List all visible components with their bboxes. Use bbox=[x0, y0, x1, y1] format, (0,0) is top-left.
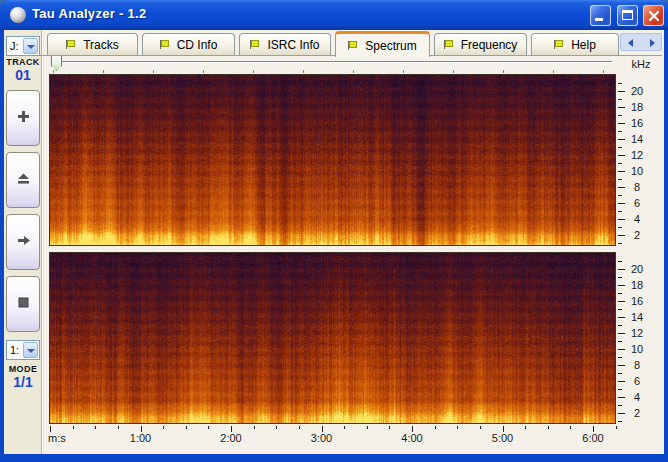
tab-label: Frequency bbox=[461, 38, 518, 52]
position-slider-track[interactable] bbox=[52, 61, 612, 63]
close-button[interactable] bbox=[643, 5, 664, 26]
app-icon[interactable] bbox=[10, 7, 26, 23]
dropdown-button[interactable] bbox=[23, 342, 38, 358]
freq-tick bbox=[618, 277, 622, 278]
freq-tick-label: 12 bbox=[626, 149, 648, 161]
maximize-button[interactable] bbox=[617, 5, 638, 26]
freq-tick bbox=[618, 269, 625, 270]
freq-tick bbox=[618, 179, 622, 180]
freq-tick bbox=[618, 333, 625, 334]
freq-tick bbox=[618, 243, 622, 244]
tab-label: Spectrum bbox=[365, 39, 416, 53]
time-tick bbox=[548, 426, 549, 429]
freq-tick-label: 2 bbox=[626, 229, 648, 241]
freq-tick bbox=[618, 107, 625, 108]
time-tick bbox=[118, 426, 119, 429]
time-tick bbox=[208, 426, 209, 429]
freq-tick bbox=[618, 317, 625, 318]
freq-tick bbox=[618, 293, 622, 294]
slider-tick bbox=[603, 70, 604, 73]
time-tick-label: 3:00 bbox=[304, 432, 340, 444]
freq-tick bbox=[618, 203, 625, 204]
time-tick bbox=[186, 426, 187, 429]
freq-tick-label: 10 bbox=[626, 165, 648, 177]
freq-tick bbox=[618, 397, 625, 398]
slider-tick bbox=[103, 70, 104, 73]
freq-tick-label: 16 bbox=[626, 295, 648, 307]
time-tick-label: 1:00 bbox=[123, 432, 159, 444]
tab-spectrum[interactable]: Spectrum bbox=[335, 31, 430, 57]
time-tick bbox=[95, 426, 96, 429]
freq-tick bbox=[618, 421, 622, 422]
tab-scroll-right-button[interactable] bbox=[641, 34, 661, 50]
tab-help[interactable]: Help bbox=[531, 33, 619, 55]
freq-tick bbox=[618, 91, 625, 92]
minimize-icon bbox=[595, 18, 603, 21]
time-tick bbox=[457, 426, 458, 429]
slider-tick bbox=[53, 70, 54, 73]
freq-tick bbox=[618, 357, 622, 358]
tab-label: CD Info bbox=[177, 38, 218, 52]
flag-icon bbox=[250, 40, 257, 49]
freq-tick bbox=[618, 341, 622, 342]
mode-select[interactable]: 1: bbox=[6, 340, 40, 360]
freq-tick bbox=[618, 309, 622, 310]
mode-value: 1/1 bbox=[4, 374, 42, 390]
dropdown-button[interactable] bbox=[23, 38, 38, 54]
time-tick bbox=[344, 426, 345, 429]
freq-tick bbox=[618, 373, 622, 374]
tab-frequency[interactable]: Frequency bbox=[434, 33, 527, 55]
freq-tick bbox=[618, 349, 625, 350]
drive-select[interactable]: J: bbox=[6, 36, 40, 56]
spectrum-panel: kHz m:s 24681012141618202468101214161820… bbox=[44, 30, 664, 454]
track-label: TRACK bbox=[4, 57, 42, 67]
freq-tick-label: 6 bbox=[626, 197, 648, 209]
window-title: Tau Analyzer - 1.2 bbox=[32, 6, 147, 21]
freq-tick bbox=[618, 325, 622, 326]
freq-tick bbox=[618, 301, 625, 302]
tab-isrc-info[interactable]: ISRC Info bbox=[239, 33, 331, 55]
freq-tick-label: 6 bbox=[626, 375, 648, 387]
freq-tick-label: 8 bbox=[626, 359, 648, 371]
arrow-left-icon bbox=[628, 39, 633, 47]
tab-scroll-buttons bbox=[620, 33, 662, 51]
freq-tick bbox=[618, 131, 622, 132]
chevron-down-icon bbox=[27, 349, 35, 353]
minimize-button[interactable] bbox=[590, 5, 611, 26]
flag-icon bbox=[348, 41, 355, 50]
mode-label: MODE bbox=[4, 364, 42, 374]
slider-tick bbox=[253, 70, 254, 73]
eject-button[interactable] bbox=[6, 152, 40, 208]
freq-axis-unit-label: kHz bbox=[626, 58, 656, 70]
tab-bar: TracksCD InfoISRC InfoSpectrumFrequencyH… bbox=[47, 33, 619, 55]
time-tick-label: 5:00 bbox=[485, 432, 521, 444]
freq-tick-label: 20 bbox=[626, 85, 648, 97]
maximize-icon bbox=[622, 10, 633, 20]
flag-icon bbox=[444, 40, 451, 49]
chevron-down-icon bbox=[27, 45, 35, 49]
time-tick bbox=[389, 426, 390, 429]
freq-tick bbox=[618, 219, 625, 220]
freq-tick bbox=[618, 187, 625, 188]
freq-tick bbox=[618, 139, 625, 140]
time-tick bbox=[50, 426, 51, 432]
freq-tick bbox=[618, 285, 625, 286]
titlebar[interactable]: Tau Analyzer - 1.2 bbox=[0, 0, 668, 30]
freq-tick bbox=[618, 115, 622, 116]
play-button[interactable] bbox=[6, 214, 40, 270]
slider-tick bbox=[203, 70, 204, 73]
close-icon bbox=[648, 10, 660, 22]
freq-tick-label: 18 bbox=[626, 279, 648, 291]
position-slider-thumb[interactable] bbox=[51, 54, 62, 71]
freq-tick bbox=[618, 235, 625, 236]
slider-tick bbox=[503, 70, 504, 73]
freq-tick-label: 14 bbox=[626, 311, 648, 323]
tab-scroll-left-button[interactable] bbox=[621, 34, 641, 50]
freq-tick bbox=[618, 147, 622, 148]
add-button[interactable] bbox=[6, 90, 40, 146]
freq-tick bbox=[618, 227, 622, 228]
stop-button[interactable] bbox=[6, 276, 40, 332]
freq-tick-label: 18 bbox=[626, 101, 648, 113]
tab-tracks[interactable]: Tracks bbox=[47, 33, 138, 55]
tab-cd-info[interactable]: CD Info bbox=[142, 33, 235, 55]
